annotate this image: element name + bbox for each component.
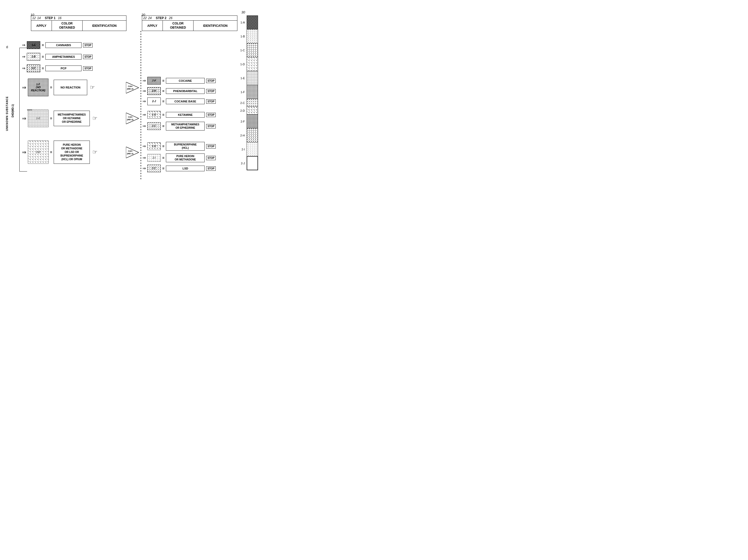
- stop-2i: STOP: [206, 156, 216, 160]
- strip-1e: 1-E: [247, 71, 258, 85]
- ch-label-1: C&H(MD-2): [127, 85, 133, 90]
- strip-label-1c: 1-C: [240, 49, 245, 52]
- step2-table: 22 24 STEP 2 26 APPLY COLOROBTAINED IDEN…: [142, 16, 237, 31]
- id-ketamine: KETAMINE: [166, 112, 205, 118]
- ch-triangle-3: C&H(MD-2): [126, 147, 139, 158]
- eq-2c2: =: [162, 166, 164, 171]
- finger-1e: ☞: [92, 115, 97, 122]
- arrow-2c1: ⇒: [142, 124, 146, 128]
- arrow-2d1: ⇒: [142, 113, 146, 117]
- eq-1c: =: [42, 66, 44, 70]
- row-2d-bupren: ⇒ 2-D = BUPRENORPHINE(HCL) STOP: [142, 142, 216, 151]
- arrow-2i: ⇒: [142, 156, 146, 160]
- id-amphetamines: AMPHETAMINES: [45, 54, 81, 59]
- arrow-2c2: ⇒: [142, 166, 146, 171]
- ch-triangle-2: C&H(MD-2): [126, 113, 139, 124]
- arrow-2d2: ⇒: [142, 144, 146, 148]
- row-1e: ⇒ 1-E = METHAMPHETAMINESOR KETAMINEOR EP…: [22, 109, 97, 127]
- id-pcp: PCP: [45, 66, 81, 71]
- strip-2j: 2-J: [247, 156, 258, 170]
- unknown-substance-label: UNKNOWN SUBSTANCE: [6, 57, 8, 170]
- ch-label-3: C&H(MD-2): [127, 150, 133, 155]
- eq-2f: =: [162, 79, 164, 83]
- step2-title: STEP 2: [156, 16, 166, 20]
- row-2f: ⇒ 2-F = COCAINE STOP: [142, 77, 216, 84]
- swatch-2j: 2-J: [147, 98, 161, 105]
- ref-30: 30: [241, 10, 245, 14]
- eq-2c1: =: [162, 124, 164, 128]
- id-methamp: METHAMPHETAMINESOR KETAMINEOR EPHEDRINE: [54, 111, 90, 126]
- strip-1f: 1-F: [247, 85, 258, 99]
- step2-ident-col: IDENTIFICATION: [193, 21, 237, 31]
- d4d-label: D4D(MD-1): [11, 62, 14, 160]
- strip-1d: 1-D: [247, 57, 258, 71]
- step1-title: STEP 1: [45, 16, 55, 20]
- id-no-reaction: NO REACTION: [54, 80, 87, 95]
- strip-label-2c: 2-C: [240, 101, 245, 104]
- eq-1f: =: [50, 86, 52, 90]
- strip-label-2j: 2-J: [241, 162, 245, 165]
- arrow-1b: ⇒: [22, 55, 25, 59]
- strip-2h: 2-H: [247, 128, 258, 142]
- step2-ref24: 24: [148, 16, 151, 20]
- step1-table: 12 14 STEP 1 16 APPLY COLOROBTAINED IDEN…: [31, 16, 126, 31]
- arrow-2f: ⇒: [142, 79, 146, 83]
- finger-1f: ☞: [90, 84, 95, 91]
- strip-1b: 1-B: [247, 29, 258, 43]
- step2-header: 22 24 STEP 2 26: [142, 16, 237, 21]
- strip-label-1d: 1-D: [240, 63, 245, 66]
- eq-2h: =: [162, 89, 164, 93]
- ch-triangle-1: C&H(MD-2): [126, 82, 139, 93]
- row-2h: ⇒ 2-H = PHENOBARBITAL STOP: [142, 87, 216, 95]
- step1-ref12: 12: [32, 16, 36, 20]
- swatch-1f: 1-F(NOREACTION): [28, 79, 48, 96]
- eq-2j: =: [162, 99, 164, 103]
- row-1d: ⇒ 1-D = PURE HEROINOR METHADONEOR LSD OR…: [22, 141, 97, 164]
- step1-header: 12 14 STEP 1 16: [31, 16, 126, 21]
- row-1a: ⇒ 1-A = CANNABIS STOP: [22, 41, 93, 49]
- arrow-1d: ⇒: [22, 150, 26, 155]
- eq-1d: =: [50, 150, 52, 154]
- stop-1b: STOP: [83, 55, 93, 59]
- swatch-2i: 2-I: [147, 154, 161, 162]
- strip-label-2d: 2-D: [240, 109, 245, 112]
- stop-2d2: STOP: [206, 144, 216, 149]
- stop-2j: STOP: [206, 99, 216, 104]
- arrow-2j: ⇒: [142, 99, 146, 103]
- strip-label-1e: 1-E: [240, 77, 245, 80]
- id-heroin: PURE HEROINOR METHADONEOR LSD ORBUPRENOR…: [54, 141, 90, 164]
- arrow-1f: ⇒: [22, 85, 26, 90]
- swatch-2d1: 2-D: [147, 111, 161, 119]
- diagram-container: 30 6 10 20 12 14 STEP 1 16 APPLY COLOROB…: [5, 5, 258, 191]
- step2-ref26: 26: [169, 16, 172, 20]
- swatch-1c: 1-C: [27, 65, 40, 72]
- id-lsd: LSD: [166, 166, 205, 171]
- separator-line: [141, 31, 141, 180]
- step2-color-col: COLOROBTAINED: [163, 21, 193, 31]
- ref-6: 6: [6, 45, 8, 49]
- row-2j: ⇒ 2-J = COCAINE BASE STOP: [142, 98, 216, 105]
- id-cocaine-base: COCAINE BASE: [166, 99, 205, 104]
- step1-ref16: 16: [58, 16, 62, 20]
- eq-1a: =: [42, 43, 44, 47]
- arrow-1a: ⇒: [22, 43, 25, 47]
- strip-label-1a: 1-A: [240, 21, 245, 24]
- strip-label-2f: 2-F: [241, 120, 245, 123]
- id-phenobarbital: PHENOBARBITAL: [166, 88, 205, 94]
- step2-ref22: 22: [143, 16, 146, 20]
- step1-body: APPLY COLOROBTAINED IDENTIFICATION: [31, 21, 126, 31]
- swatch-1a: 1-A: [27, 41, 40, 49]
- eq-1e: =: [50, 116, 52, 120]
- strip-2f: 2-F: [247, 115, 258, 128]
- row-2d-ketamine: ⇒ 2-D = KETAMINE STOP: [142, 111, 216, 119]
- row-1c: ⇒ 1-C = PCP STOP: [22, 65, 93, 72]
- swatch-2f: 2-F: [147, 77, 161, 84]
- stop-1c: STOP: [83, 66, 93, 71]
- step1-color-col: COLOROBTAINED: [52, 21, 83, 31]
- arrow-2h: ⇒: [142, 89, 146, 93]
- arrow-1c: ⇒: [22, 66, 25, 70]
- strip-2d: 2-D: [247, 107, 258, 115]
- strip-1c: 1-C: [247, 43, 258, 57]
- row-1f: ⇒ 1-F(NOREACTION) = NO REACTION ☞: [22, 79, 95, 96]
- stop-2d1: STOP: [206, 113, 216, 117]
